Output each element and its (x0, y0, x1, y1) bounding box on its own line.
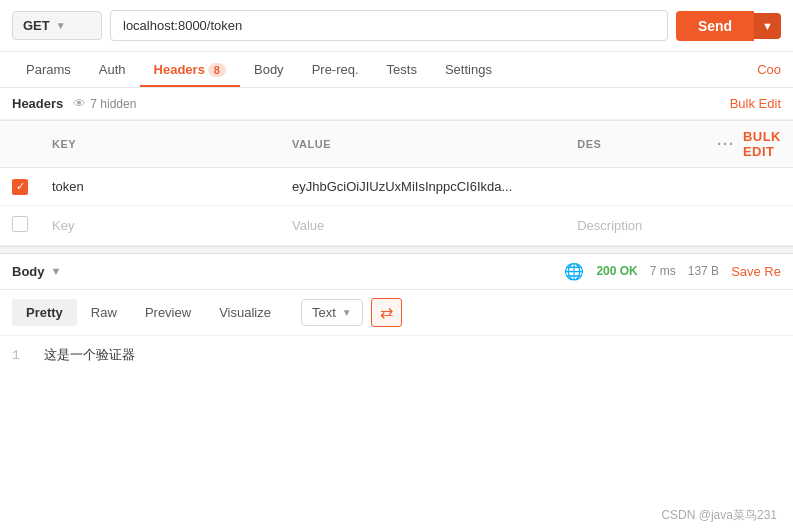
row2-actions-cell (705, 205, 793, 245)
cookies-link[interactable]: Coo (757, 62, 781, 77)
col-key: KEY (40, 121, 280, 168)
code-area: 1 这是一个验证器 (0, 336, 793, 374)
col-value: VALUE (280, 121, 565, 168)
body-dropdown-arrow[interactable]: ▼ (51, 265, 62, 277)
response-time: 7 ms (650, 264, 676, 278)
tab-settings[interactable]: Settings (431, 52, 506, 87)
wrap-button[interactable]: ⇄ (371, 298, 402, 327)
method-dropdown-arrow: ▼ (56, 20, 66, 31)
method-label: GET (23, 18, 50, 33)
tab-tests[interactable]: Tests (373, 52, 431, 87)
row2-value-placeholder: Value (292, 218, 324, 233)
headers-table: KEY VALUE DES ··· Bulk Edit ✓ token (0, 120, 793, 246)
row2-checkbox[interactable] (12, 216, 28, 232)
tab-params[interactable]: Params (12, 52, 85, 87)
eye-icon: 👁 (73, 96, 86, 111)
format-tab-preview[interactable]: Preview (131, 299, 205, 326)
response-size: 137 B (688, 264, 719, 278)
url-input[interactable] (110, 10, 668, 41)
globe-icon[interactable]: 🌐 (564, 262, 584, 281)
send-dropdown-button[interactable]: ▼ (754, 13, 781, 39)
tab-headers[interactable]: Headers8 (140, 52, 240, 87)
row2-checkbox-cell[interactable] (0, 205, 40, 245)
row1-value: eyJhbGciOiJIUzUxMiIsInppcCI6Ikda... (292, 179, 512, 194)
section-divider (0, 246, 793, 254)
format-dropdown-arrow: ▼ (342, 307, 352, 318)
body-title: Body ▼ (12, 264, 61, 279)
footer: CSDN @java菜鸟231 (661, 507, 777, 524)
hidden-badge: 👁 7 hidden (73, 96, 136, 111)
table-row: Key Value Description (0, 205, 793, 245)
body-label: Body (12, 264, 45, 279)
headers-section-header: Headers 👁 7 hidden Bulk Edit (0, 88, 793, 120)
response-status: 200 OK (596, 264, 637, 278)
headers-badge: 8 (208, 63, 226, 77)
row2-key-cell[interactable]: Key (40, 205, 280, 245)
row1-checkbox[interactable]: ✓ (12, 179, 28, 195)
bulk-edit-button[interactable]: Bulk Edit (730, 96, 781, 111)
table-row: ✓ token eyJhbGciOiJIUzUxMiIsInppcCI6Ikda… (0, 168, 793, 206)
row1-key-cell[interactable]: token (40, 168, 280, 206)
format-tab-raw[interactable]: Raw (77, 299, 131, 326)
tab-body[interactable]: Body (240, 52, 298, 87)
save-response-button[interactable]: Save Re (731, 264, 781, 279)
row2-value-cell[interactable]: Value (280, 205, 565, 245)
row1-key: token (52, 179, 84, 194)
method-select[interactable]: GET ▼ (12, 11, 102, 40)
code-line-1: 1 这是一个验证器 (12, 346, 781, 364)
more-dots-icon[interactable]: ··· (717, 136, 735, 152)
request-tabs-bar: Params Auth Headers8 Body Pre-req. Tests… (0, 52, 793, 88)
tab-auth[interactable]: Auth (85, 52, 140, 87)
body-header: Body ▼ 🌐 200 OK 7 ms 137 B Save Re (0, 254, 793, 290)
footer-text: CSDN @java菜鸟231 (661, 508, 777, 522)
format-type-selected: Text (312, 305, 336, 320)
format-tab-pretty[interactable]: Pretty (12, 299, 77, 326)
col-checkbox (0, 121, 40, 168)
format-tab-visualize[interactable]: Visualize (205, 299, 285, 326)
row2-key-placeholder: Key (52, 218, 74, 233)
send-btn-group: Send ▼ (676, 11, 781, 41)
send-button[interactable]: Send (676, 11, 754, 41)
line-number-1: 1 (12, 348, 20, 363)
row2-desc-cell[interactable]: Description (565, 205, 705, 245)
hidden-count-label: 7 hidden (90, 97, 136, 111)
format-tabs: Pretty Raw Preview Visualize Text ▼ ⇄ (0, 290, 793, 336)
col-actions: ··· Bulk Edit (705, 121, 793, 168)
format-type-dropdown[interactable]: Text ▼ (301, 299, 363, 326)
url-bar: GET ▼ Send ▼ (0, 0, 793, 52)
row1-checkbox-cell[interactable]: ✓ (0, 168, 40, 206)
row1-value-cell[interactable]: eyJhbGciOiJIUzUxMiIsInppcCI6Ikda... (280, 168, 565, 206)
row1-desc-cell[interactable] (565, 168, 705, 206)
tab-prereq[interactable]: Pre-req. (298, 52, 373, 87)
bulk-edit-inline[interactable]: Bulk Edit (743, 129, 781, 159)
col-description: DES (565, 121, 705, 168)
row2-desc-placeholder: Description (577, 218, 642, 233)
response-meta: 🌐 200 OK 7 ms 137 B Save Re (564, 262, 781, 281)
headers-title: Headers (12, 96, 63, 111)
row1-actions-cell (705, 168, 793, 206)
code-content-1: 这是一个验证器 (44, 348, 135, 363)
body-section: Body ▼ 🌐 200 OK 7 ms 137 B Save Re Prett… (0, 254, 793, 374)
